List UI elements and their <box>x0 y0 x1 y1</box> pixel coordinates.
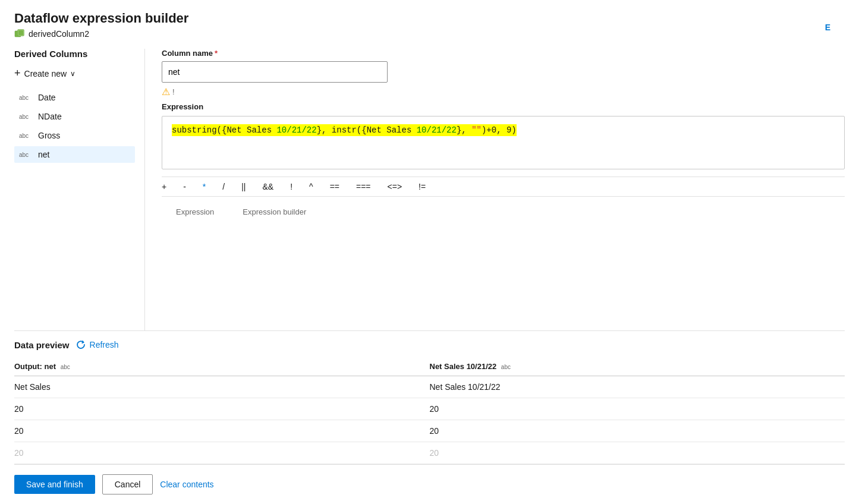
table-row: 20 20 <box>14 398 845 420</box>
column-name-ndate: NDate <box>38 112 62 121</box>
sidebar-item-ndate[interactable]: abc NDate <box>14 108 135 125</box>
col-type-badge: abc <box>61 364 70 370</box>
cell-output: 20 <box>14 442 430 464</box>
data-preview-title: Data preview <box>14 340 70 350</box>
data-preview-header: Data preview Refresh <box>14 339 845 350</box>
subtitle-text: derivedColumn2 <box>29 29 89 39</box>
expression-content: substring({Net Sales 10/21/22}, instr({N… <box>172 124 517 136</box>
warning-text: ! <box>172 87 175 96</box>
type-badge: abc <box>19 94 33 101</box>
cancel-button[interactable]: Cancel <box>102 474 153 494</box>
create-new-button[interactable]: + Create new ∨ <box>14 65 135 82</box>
col-type-badge: abc <box>501 364 511 370</box>
cell-output: 20 <box>14 398 430 420</box>
type-badge: abc <box>19 114 33 120</box>
op-plus[interactable]: + <box>162 182 166 191</box>
table-row: 20 20 <box>14 442 845 464</box>
create-new-label: Create new <box>24 69 67 78</box>
cell-netsales: 20 <box>430 398 845 420</box>
tab-expression[interactable]: Expression <box>162 204 228 221</box>
refresh-button[interactable]: Refresh <box>75 339 119 350</box>
op-minus[interactable]: - <box>183 182 186 191</box>
right-panel: Column name * ⚠ ! Expression substring({… <box>145 49 845 330</box>
column-name-input[interactable] <box>162 61 388 83</box>
op-and[interactable]: && <box>262 182 273 191</box>
clear-contents-button[interactable]: Clear contents <box>160 480 213 489</box>
type-badge: abc <box>19 133 33 139</box>
refresh-label: Refresh <box>90 340 119 349</box>
col-header-output: Output: net abc <box>14 357 430 376</box>
sidebar-header: Derived Columns <box>14 49 135 59</box>
required-indicator: * <box>215 49 218 58</box>
op-caret[interactable]: ^ <box>309 182 313 191</box>
op-not[interactable]: ! <box>290 182 292 191</box>
op-pipe[interactable]: || <box>241 182 246 191</box>
cell-netsales: Net Sales 10/21/22 <box>430 376 845 398</box>
top-right-indicator: E <box>825 23 830 32</box>
column-name-net: net <box>38 150 49 159</box>
sidebar-item-date[interactable]: abc Date <box>14 89 135 106</box>
save-and-finish-button[interactable]: Save and finish <box>14 475 95 494</box>
column-list: abc Date abc NDate abc Gross abc net <box>14 89 135 163</box>
preview-table: Output: net abc Net Sales 10/21/22 abc N… <box>14 357 845 464</box>
column-name-date: Date <box>38 93 56 102</box>
op-neq[interactable]: != <box>419 182 426 191</box>
expression-label: Expression <box>162 102 845 111</box>
expression-editor[interactable]: substring({Net Sales 10/21/22}, instr({N… <box>162 116 845 169</box>
table-row: Net Sales Net Sales 10/21/22 <box>14 376 845 398</box>
op-divide[interactable]: / <box>222 182 225 191</box>
column-name-label: Column name * <box>162 49 845 58</box>
column-name-gross: Gross <box>38 131 60 140</box>
cell-netsales: 20 <box>430 420 845 442</box>
op-spaceship[interactable]: <=> <box>388 182 402 191</box>
cell-output: Net Sales <box>14 376 430 398</box>
footer: Save and finish Cancel Clear contents <box>14 464 845 504</box>
sidebar-item-net[interactable]: abc net <box>14 146 135 163</box>
tab-expression-builder[interactable]: Expression builder <box>228 204 320 221</box>
chevron-down-icon: ∨ <box>70 70 75 78</box>
cell-output: 20 <box>14 420 430 442</box>
col-header-netsales: Net Sales 10/21/22 abc <box>430 357 845 376</box>
refresh-icon <box>75 339 86 350</box>
op-multiply[interactable]: * <box>203 182 206 191</box>
cell-netsales: 20 <box>430 442 845 464</box>
table-row: 20 20 <box>14 420 845 442</box>
sidebar: Derived Columns + Create new ∨ abc Date … <box>14 49 145 330</box>
warning-row: ⚠ ! <box>162 86 845 97</box>
data-preview-section: Data preview Refresh Output: net abc Net… <box>14 331 845 464</box>
page-title: Dataflow expression builder <box>14 11 845 26</box>
sidebar-item-gross[interactable]: abc Gross <box>14 127 135 144</box>
op-strict-eq[interactable]: === <box>356 182 371 191</box>
operators-row: + - * / || && ! ^ == === <=> != <box>162 177 845 197</box>
tabs-row: Expression Expression builder <box>162 204 845 221</box>
op-eq[interactable]: == <box>330 182 339 191</box>
type-badge: abc <box>19 152 33 158</box>
svg-rect-2 <box>18 30 23 35</box>
warning-icon: ⚠ <box>162 86 170 97</box>
derived-column-icon <box>14 29 25 39</box>
plus-icon: + <box>14 67 21 80</box>
